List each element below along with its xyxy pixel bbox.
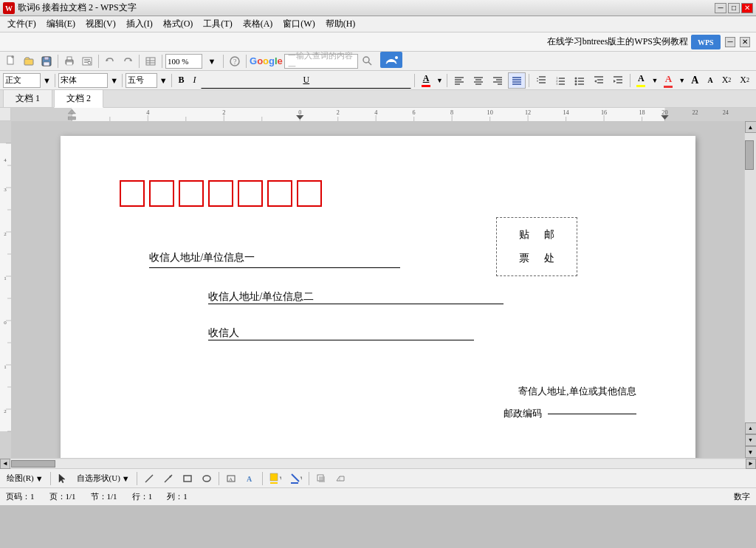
svg-rect-11 [66, 62, 72, 65]
font-color-button[interactable]: A [418, 72, 434, 89]
font-color-dropdown[interactable]: ▼ [436, 72, 444, 89]
fill-color-button[interactable]: ▼ [266, 470, 285, 487]
ruler-svg: 6 4 2 0 2 4 6 8 10 12 14 16 18 20 22 24 [11, 108, 756, 121]
undo-button[interactable] [102, 53, 118, 69]
highlight-dropdown[interactable]: ▼ [650, 72, 659, 89]
size-dropdown[interactable]: ▼ [159, 72, 168, 89]
align-right-button[interactable] [489, 72, 506, 89]
svg-text:2: 2 [4, 408, 7, 414]
increase-indent-button[interactable] [609, 72, 627, 89]
align-left-button[interactable] [450, 72, 468, 89]
zoom-dropdown-button[interactable]: ▼ [204, 53, 220, 69]
ad-minimize-button[interactable]: ─ [725, 37, 735, 47]
scroll-thumb[interactable] [745, 140, 754, 170]
menu-edit[interactable]: 编辑(E) [42, 16, 80, 32]
print-button[interactable] [61, 53, 78, 69]
doc-tab-2[interactable]: 文档 2 [54, 89, 103, 108]
rectangle-tool[interactable] [179, 470, 196, 487]
svg-text:4: 4 [146, 109, 149, 116]
save-button[interactable] [38, 53, 55, 69]
print-preview-button[interactable] [79, 53, 95, 69]
doc-tab-1[interactable]: 文档 1 [3, 89, 52, 107]
scroll-page-up-button[interactable]: ▲ [745, 422, 757, 434]
ellipse-tool[interactable] [198, 470, 216, 487]
svg-text:3.: 3. [556, 82, 559, 86]
line-tool[interactable] [140, 470, 158, 487]
numbering-button[interactable]: 1.2.3. [551, 72, 569, 89]
bold-button[interactable]: B [174, 72, 188, 89]
svg-text:24: 24 [723, 109, 729, 116]
maximize-button[interactable]: □ [728, 3, 740, 13]
draw-sep-4 [262, 472, 263, 485]
ad-close-button[interactable]: ✕ [740, 37, 750, 47]
h-scroll-right-button[interactable]: ► [746, 459, 756, 469]
line-spacing-button[interactable] [532, 72, 550, 89]
menu-help[interactable]: 帮助(H) [321, 16, 360, 32]
svg-marker-149 [337, 476, 344, 481]
stamp-area: 贴 邮 票 处 [496, 217, 577, 276]
h-scroll-thumb[interactable] [11, 460, 55, 467]
close-button[interactable]: ✕ [741, 3, 753, 13]
drawing-label[interactable]: 绘图(R) ▼ [3, 470, 47, 487]
right-scrollbar[interactable]: ▲ ▲ ▼ ▼ [744, 121, 756, 458]
svg-text:12: 12 [525, 109, 531, 116]
shrink-font-button[interactable]: A [704, 72, 716, 89]
font-color-large-dropdown[interactable]: ▼ [678, 72, 686, 89]
redo-button[interactable] [120, 53, 136, 69]
size-combo[interactable]: 五号 [126, 73, 157, 88]
auto-shapes-button[interactable]: 自选形状(U) ▼ [73, 470, 134, 487]
vertical-ruler: 4 3 2 1 0 1 2 [0, 121, 11, 458]
status-bar: 页码：1 页：1/1 节：1/1 行：1 列：1 数字 [0, 487, 756, 505]
cursor-tool[interactable] [54, 470, 72, 487]
svg-line-26 [368, 62, 371, 65]
google-search-button[interactable] [360, 53, 376, 69]
stamp-label-4: 处 [544, 252, 554, 265]
drawing-toolbar: 绘图(R) ▼ 自选形状(U) ▼ A A ▼ [0, 468, 756, 487]
align-justify-button[interactable] [508, 72, 526, 89]
textbox-tool[interactable]: A [222, 470, 240, 487]
style-combo[interactable]: 正文 [3, 73, 41, 88]
menu-window[interactable]: 窗口(W) [278, 16, 319, 32]
h-scroll-left-button[interactable]: ◄ [0, 459, 10, 469]
grow-font-button[interactable]: A [687, 72, 702, 89]
open-button[interactable] [21, 53, 37, 69]
google-search-box[interactable]: 一输入查词的内容一 [284, 54, 358, 69]
underline-button[interactable]: U [201, 72, 411, 89]
subscript-button[interactable]: X2 [736, 72, 753, 89]
scroll-down-button[interactable]: ▼ [745, 446, 757, 458]
align-center-button[interactable] [470, 72, 487, 89]
menu-format[interactable]: 格式(O) [159, 16, 198, 32]
menu-view[interactable]: 视图(V) [81, 16, 120, 32]
scroll-page-down-button[interactable]: ▼ [745, 434, 757, 446]
superscript-button[interactable]: X2 [718, 72, 735, 89]
arrow-tool[interactable] [159, 470, 177, 487]
svg-text:16: 16 [601, 109, 607, 116]
horizontal-scrollbar[interactable]: ◄ ► [0, 458, 756, 468]
threed-button[interactable] [331, 470, 349, 487]
help-button[interactable]: ? [227, 53, 243, 69]
status-page: 页码：1 [6, 491, 35, 502]
svg-text:2: 2 [337, 109, 340, 116]
wordart-tool[interactable]: A [241, 470, 259, 487]
shadow-button[interactable] [312, 470, 330, 487]
table-button[interactable] [142, 53, 159, 69]
wps-search-icon[interactable] [380, 52, 402, 71]
decrease-indent-button[interactable] [590, 72, 608, 89]
italic-button[interactable]: I [189, 72, 199, 89]
font-color-large-button[interactable]: A [660, 72, 676, 89]
minimize-button[interactable]: ─ [715, 3, 726, 13]
line-color-button[interactable]: ▼ [286, 470, 306, 487]
menu-insert[interactable]: 插入(I) [122, 16, 157, 32]
new-button[interactable] [3, 53, 19, 69]
menu-table[interactable]: 表格(A) [238, 16, 278, 32]
font-dropdown[interactable]: ▼ [109, 72, 119, 89]
scroll-up-button[interactable]: ▲ [745, 121, 757, 133]
zoom-combo[interactable]: 100 % [165, 54, 202, 69]
menu-file[interactable]: 文件(F) [3, 16, 41, 32]
highlight-button[interactable]: A [633, 72, 649, 89]
bullets-button[interactable] [571, 72, 588, 89]
document-area[interactable]: 贴 邮 票 处 收信人地址/单位信息一 收信人地址/单位信息二 [11, 121, 744, 458]
menu-tools[interactable]: 工具(T) [199, 16, 236, 32]
style-dropdown[interactable]: ▼ [42, 72, 52, 89]
font-combo[interactable]: 宋体 [58, 73, 109, 88]
